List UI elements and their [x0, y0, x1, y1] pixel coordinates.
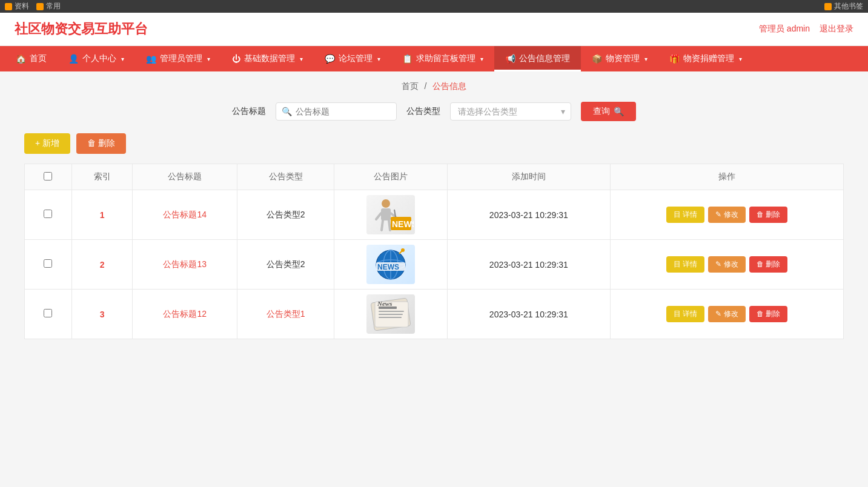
- nav-bar: 🏠 首页 👤 个人中心 ▾ 👥 管理员管理 ▾ ⏻ 基础数据管理 ▾ 💬 论坛管…: [0, 46, 868, 71]
- breadcrumb-home[interactable]: 首页: [402, 81, 419, 91]
- nav-basic[interactable]: ⏻ 基础数据管理 ▾: [221, 46, 314, 71]
- row-2-type: 公告类型2: [237, 240, 334, 290]
- row-3-detail-button[interactable]: 目 详情: [666, 306, 704, 322]
- bookmark-common[interactable]: 常用: [36, 1, 61, 12]
- bookmark-other[interactable]: 其他书签: [824, 1, 863, 12]
- row-3-edit-button[interactable]: ✎ 修改: [708, 306, 745, 322]
- nav-helpboard[interactable]: 📋 求助留言板管理 ▾: [391, 46, 494, 71]
- svg-point-0: [382, 199, 390, 208]
- chevron-down-icon-7: ▾: [739, 56, 742, 62]
- chevron-down-icon-2: ▾: [207, 56, 210, 62]
- breadcrumb-sep: /: [425, 81, 427, 91]
- col-index: 索引: [71, 164, 133, 190]
- query-button[interactable]: 查询 🔍: [581, 102, 636, 121]
- row-3-index: 3: [71, 290, 133, 339]
- svg-line-2: [376, 213, 381, 219]
- admin-label: 管理员 admin: [759, 24, 810, 35]
- nav-forum-label: 论坛管理: [339, 53, 373, 64]
- row-1-detail-button[interactable]: 目 详情: [666, 207, 704, 223]
- logout-button[interactable]: 退出登录: [820, 24, 853, 35]
- row-2-image-cell: NEWS: [334, 240, 448, 290]
- svg-line-5: [389, 220, 390, 230]
- svg-text:NEWS: NEWS: [377, 263, 399, 271]
- table-row: 2 公告标题13 公告类型2: [25, 240, 844, 290]
- row-checkbox-cell: [25, 190, 72, 240]
- data-table: 索引 公告标题 公告类型 公告图片 添加时间 操作 1 公告标题14 公告类型2: [24, 164, 844, 339]
- power-icon: ⏻: [232, 54, 240, 64]
- forum-icon: 💬: [325, 54, 335, 64]
- row-3-actions: 目 详情 ✎ 修改 🗑 删除: [611, 290, 844, 339]
- row-3-title: 公告标题12: [133, 290, 237, 339]
- type-select-wrap: 请选择公告类型 公告类型1 公告类型2 公告类型3: [450, 102, 571, 121]
- site-header: 社区物资交易互助平台 管理员 admin 退出登录: [0, 13, 868, 46]
- row-checkbox-cell: [25, 290, 72, 339]
- row-1-image: NEWS: [366, 195, 415, 234]
- title-label: 公告标题: [232, 106, 266, 117]
- breadcrumb-current: 公告信息: [432, 81, 466, 91]
- svg-line-4: [382, 220, 383, 230]
- row-2-image: NEWS: [366, 245, 415, 284]
- row-3-delete-button[interactable]: 🗑 删除: [749, 306, 787, 322]
- row-2-delete-button[interactable]: 🗑 删除: [749, 256, 787, 273]
- row-2-detail-button[interactable]: 目 详情: [666, 256, 704, 273]
- row-1-checkbox[interactable]: [44, 210, 52, 218]
- nav-forum[interactable]: 💬 论坛管理 ▾: [314, 46, 391, 71]
- query-icon: 🔍: [614, 107, 624, 116]
- helpboard-icon: 📋: [402, 54, 412, 64]
- home-icon: 🏠: [16, 54, 26, 64]
- svg-rect-22: [379, 314, 403, 315]
- svg-rect-23: [379, 317, 402, 318]
- row-1-edit-button[interactable]: ✎ 修改: [708, 207, 745, 223]
- nav-goods-label: 物资管理: [606, 53, 640, 64]
- select-all-checkbox[interactable]: [44, 172, 52, 181]
- nav-home[interactable]: 🏠 首页: [5, 46, 58, 71]
- col-checkbox: [25, 164, 72, 190]
- content-area: 公告标题 🔍 公告类型 请选择公告类型 公告类型1 公告类型2 公告类型3 查询…: [0, 102, 868, 363]
- row-2-edit-button[interactable]: ✎ 修改: [708, 256, 745, 273]
- row-1-datetime: 2023-03-21 10:29:31: [447, 190, 610, 240]
- type-select[interactable]: 请选择公告类型 公告类型1 公告类型2 公告类型3: [450, 102, 571, 121]
- nav-helpboard-label: 求助留言板管理: [416, 53, 475, 64]
- row-1-action-group: 目 详情 ✎ 修改 🗑 删除: [620, 207, 833, 223]
- title-search-input[interactable]: [276, 102, 397, 121]
- news-image-3-svg: News: [368, 296, 414, 333]
- batch-delete-button[interactable]: 🗑 删除: [76, 133, 126, 154]
- row-2-checkbox[interactable]: [44, 259, 52, 268]
- nav-announcement[interactable]: 📢 公告信息管理: [494, 46, 581, 71]
- chevron-down-icon-5: ▾: [480, 56, 483, 62]
- add-button[interactable]: + 新增: [24, 133, 70, 154]
- chevron-down-icon-3: ▾: [300, 56, 303, 62]
- bookmark-data[interactable]: 资料: [5, 1, 29, 12]
- search-bar: 公告标题 🔍 公告类型 请选择公告类型 公告类型1 公告类型2 公告类型3 查询…: [24, 102, 844, 121]
- nav-goods[interactable]: 📦 物资管理 ▾: [581, 46, 658, 71]
- row-2-action-group: 目 详情 ✎ 修改 🗑 删除: [620, 256, 833, 273]
- row-1-delete-button[interactable]: 🗑 删除: [749, 207, 787, 223]
- table-header-row: 索引 公告标题 公告类型 公告图片 添加时间 操作: [25, 164, 844, 190]
- announcement-icon: 📢: [505, 54, 515, 64]
- svg-rect-1: [381, 208, 391, 220]
- row-2-index: 2: [71, 240, 133, 290]
- nav-home-label: 首页: [30, 53, 47, 64]
- nav-admin[interactable]: 👥 管理员管理 ▾: [135, 46, 221, 71]
- nav-donation[interactable]: 🎁 物资捐赠管理 ▾: [658, 46, 753, 71]
- svg-point-17: [401, 248, 405, 252]
- row-3-datetime: 2023-03-21 10:29:31: [447, 290, 610, 339]
- col-title: 公告标题: [133, 164, 237, 190]
- nav-basic-label: 基础数据管理: [244, 53, 295, 64]
- row-1-image-cell: NEWS: [334, 190, 448, 240]
- row-3-image-cell: News: [334, 290, 448, 339]
- type-label: 公告类型: [406, 106, 440, 117]
- nav-announcement-label: 公告信息管理: [519, 53, 570, 64]
- row-3-checkbox[interactable]: [44, 309, 52, 317]
- admin-icon: 👥: [146, 54, 156, 64]
- row-1-actions: 目 详情 ✎ 修改 🗑 删除: [611, 190, 844, 240]
- nav-personal-label: 个人中心: [82, 53, 116, 64]
- goods-icon: 📦: [592, 54, 602, 64]
- row-2-datetime: 2023-03-21 10:29:31: [447, 240, 610, 290]
- col-datetime: 添加时间: [447, 164, 610, 190]
- query-label: 查询: [593, 106, 610, 117]
- row-1-type: 公告类型2: [237, 190, 334, 240]
- nav-admin-label: 管理员管理: [160, 53, 202, 64]
- nav-personal[interactable]: 👤 个人中心 ▾: [58, 46, 135, 71]
- news-image-1-svg: NEWS: [368, 196, 414, 234]
